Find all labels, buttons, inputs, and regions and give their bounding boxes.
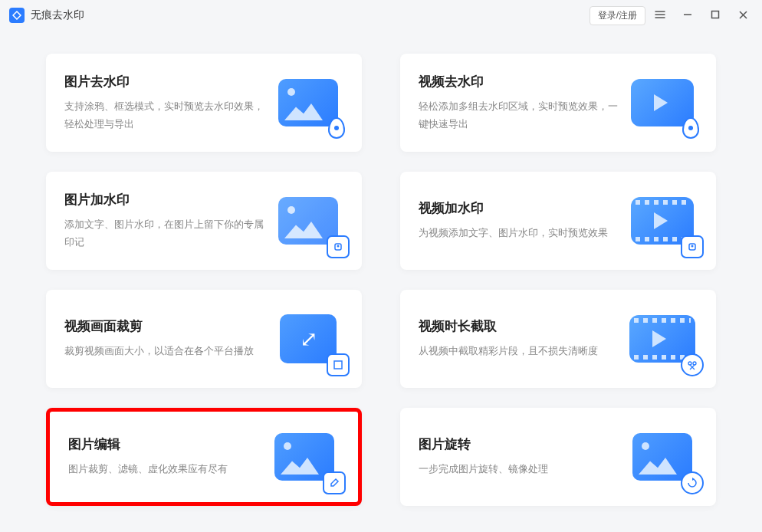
app-logo [9, 8, 25, 23]
card-desc: 图片裁剪、滤镜、虚化效果应有尽有 [68, 461, 260, 478]
card-desc: 一步完成图片旋转、镜像处理 [419, 461, 618, 478]
card-image-remove-watermark[interactable]: 图片去水印 支持涂鸦、框选模式，实时预览去水印效果，轻松处理与导出 [46, 54, 362, 152]
card-title: 视频去水印 [419, 73, 618, 90]
maximize-button[interactable] [708, 8, 722, 21]
card-title: 视频画面裁剪 [64, 317, 264, 335]
card-title: 图片编辑 [68, 435, 260, 453]
titlebar: 无痕去水印 登录/注册 [0, 0, 762, 31]
card-desc: 裁剪视频画面大小，以适合在各个平台播放 [64, 343, 264, 360]
card-video-add-watermark[interactable]: 视频加水印 为视频添加文字、图片水印，实时预览效果 [400, 172, 716, 270]
card-desc: 支持涂鸦、框选模式，实时预览去水印效果，轻松处理与导出 [64, 98, 264, 132]
video-add-watermark-icon [626, 188, 699, 254]
card-video-remove-watermark[interactable]: 视频去水印 轻松添加多组去水印区域，实时预览效果，一键快速导出 [400, 54, 716, 152]
svg-point-6 [691, 245, 694, 248]
minimize-button[interactable] [681, 8, 695, 21]
video-trim-icon [626, 306, 699, 372]
svg-point-8 [688, 362, 691, 365]
card-video-trim[interactable]: 视频时长截取 从视频中截取精彩片段，且不损失清晰度 [400, 290, 716, 388]
image-add-watermark-icon [271, 188, 345, 254]
card-title: 视频加水印 [419, 199, 618, 217]
card-grid: 图片去水印 支持涂鸦、框选模式，实时预览去水印效果，轻松处理与导出 视频去水印 … [0, 31, 762, 521]
card-title: 图片旋转 [419, 435, 618, 453]
image-edit-icon [268, 424, 341, 490]
image-rotate-icon [626, 424, 699, 490]
svg-point-2 [688, 126, 693, 130]
image-remove-watermark-icon [271, 70, 345, 136]
video-crop-icon: ⤢ [271, 306, 345, 372]
login-register-button[interactable]: 登录/注册 [590, 6, 645, 25]
close-button[interactable] [736, 8, 750, 21]
card-title: 图片去水印 [64, 73, 264, 90]
card-desc: 从视频中截取精彩片段，且不损失清晰度 [419, 343, 618, 360]
svg-point-9 [693, 362, 696, 365]
card-desc: 轻松添加多组去水印区域，实时预览效果，一键快速导出 [419, 98, 618, 132]
card-image-add-watermark[interactable]: 图片加水印 添加文字、图片水印，在图片上留下你的专属印记 [46, 172, 362, 270]
card-image-edit[interactable]: 图片编辑 图片裁剪、滤镜、虚化效果应有尽有 [46, 408, 362, 506]
card-title: 视频时长截取 [419, 317, 618, 335]
video-remove-watermark-icon [626, 70, 699, 136]
menu-icon[interactable] [653, 8, 667, 21]
card-desc: 添加文字、图片水印，在图片上留下你的专属印记 [64, 216, 264, 250]
card-title: 图片加水印 [64, 191, 264, 209]
svg-rect-7 [334, 361, 342, 369]
card-video-crop[interactable]: 视频画面裁剪 裁剪视频画面大小，以适合在各个平台播放 ⤢ [46, 290, 362, 388]
svg-rect-0 [712, 11, 719, 18]
svg-point-4 [337, 245, 340, 248]
window-controls [653, 8, 750, 21]
svg-point-1 [334, 126, 339, 130]
card-image-rotate[interactable]: 图片旋转 一步完成图片旋转、镜像处理 [400, 408, 716, 506]
app-title: 无痕去水印 [31, 8, 84, 22]
card-desc: 为视频添加文字、图片水印，实时预览效果 [419, 225, 618, 241]
